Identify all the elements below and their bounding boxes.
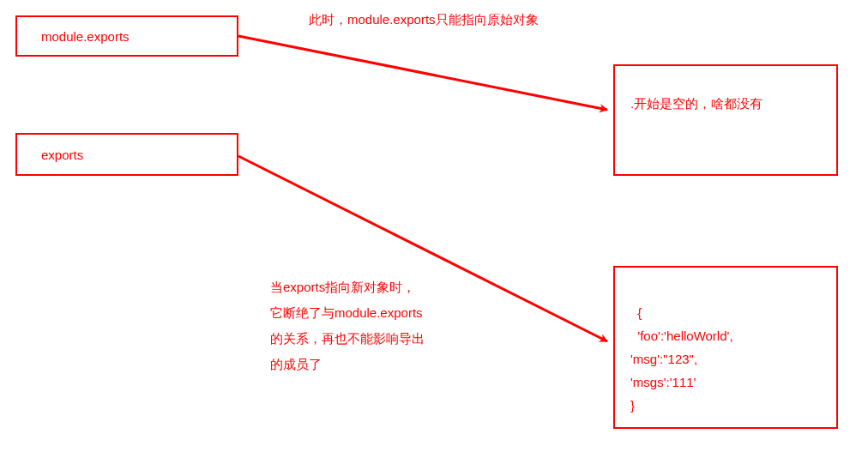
exports-box: exports — [15, 133, 238, 176]
new-object-text: { 'foo':'helloWorld', 'msg':"123", 'msgs… — [630, 305, 733, 413]
module-exports-box: module.exports — [15, 15, 238, 57]
bottom-annotation: 当exports指向新对象时，它断绝了与module.exports的关系，再也… — [270, 274, 425, 377]
original-object-text: .开始是空的，啥都没有 — [630, 96, 763, 111]
bottom-annotation-text: 当exports指向新对象时，它断绝了与module.exports的关系，再也… — [270, 280, 425, 371]
exports-label: exports — [41, 148, 83, 162]
original-object-box: .开始是空的，啥都没有 — [613, 64, 838, 176]
arrow-module-to-original — [238, 36, 607, 110]
new-object-box: { 'foo':'helloWorld', 'msg':"123", 'msgs… — [613, 266, 838, 429]
module-exports-label: module.exports — [41, 29, 130, 44]
top-annotation: 此时，module.exports只能指向原始对象 — [309, 7, 583, 33]
top-annotation-text: 此时，module.exports只能指向原始对象 — [309, 12, 539, 27]
